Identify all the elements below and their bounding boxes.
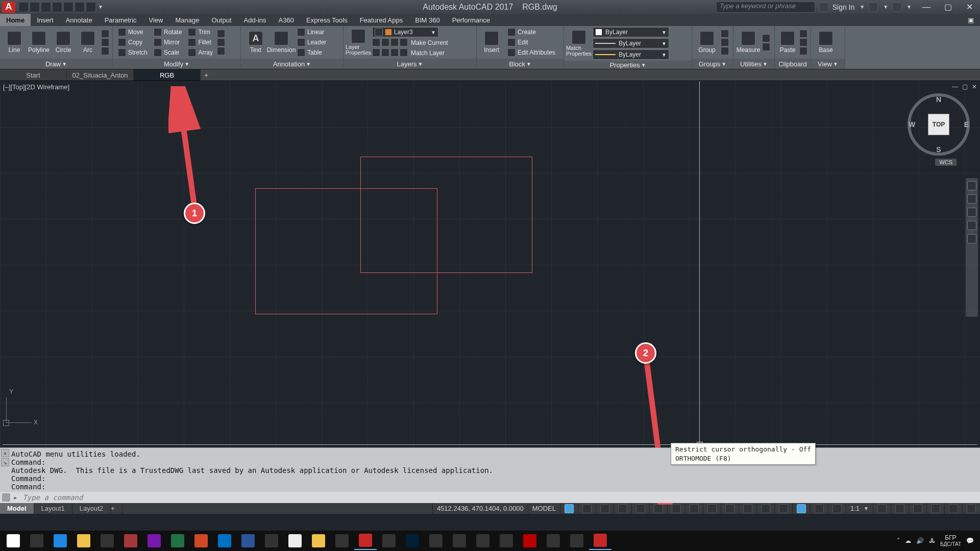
stretch-button[interactable]: Stretch (116, 48, 150, 57)
workspace-icon[interactable] (877, 504, 887, 513)
qat-plot-icon[interactable] (63, 2, 74, 12)
tab-insert[interactable]: Insert (31, 14, 60, 26)
app-logo[interactable]: A (2, 2, 15, 13)
modify-extra-icon[interactable] (217, 30, 225, 38)
task-calc[interactable] (448, 532, 471, 549)
units-icon[interactable] (832, 504, 842, 513)
clip-extra-icon[interactable] (799, 30, 807, 38)
qat-undo-icon[interactable] (75, 2, 85, 12)
task-outlook[interactable] (213, 532, 236, 549)
text-button[interactable]: AText (244, 28, 267, 57)
group-extra-icon[interactable] (721, 38, 729, 46)
layer-icon[interactable] (400, 48, 408, 57)
wcs-badge[interactable]: WCS (935, 159, 957, 166)
cmd-recent-icon[interactable]: ↘ (1, 458, 9, 466)
panel-properties[interactable]: Properties▼ (564, 61, 692, 69)
hardware-accel-icon[interactable] (913, 504, 922, 513)
file-tab-situacia[interactable]: 02_Situacia_Anton (67, 69, 134, 81)
panel-block[interactable]: Block▼ (477, 59, 564, 69)
dynamic-input-icon[interactable] (618, 504, 627, 513)
tray-lang1[interactable]: БГР (940, 535, 961, 541)
task-powerpoint[interactable] (190, 532, 212, 549)
showmotion-icon[interactable] (967, 234, 976, 243)
help-icon[interactable] (892, 3, 901, 12)
layer-icon[interactable] (390, 48, 399, 57)
grid-toggle-icon[interactable] (565, 504, 574, 513)
task-autocad[interactable] (354, 532, 377, 550)
linear-button[interactable]: Linear (295, 28, 328, 37)
lineweight-toggle-icon[interactable] (743, 504, 752, 513)
draw-extra-icon[interactable] (101, 38, 109, 46)
status-coords[interactable]: 4512.2436, 470.1404, 0.0000 (432, 503, 528, 514)
task-photoshop[interactable] (401, 532, 424, 549)
cmd-close-icon[interactable]: ✕ (1, 449, 9, 457)
zoom-extents-icon[interactable] (967, 208, 976, 217)
task-filezilla[interactable] (519, 532, 541, 549)
layout-tab-layout1[interactable]: Layout1 (34, 503, 72, 514)
modify-extra-icon[interactable] (217, 47, 225, 55)
line-button[interactable]: Line (3, 28, 26, 57)
add-tab-button[interactable]: + (201, 69, 212, 81)
tab-manage[interactable]: Manage (169, 14, 206, 26)
leader-button[interactable]: Leader (295, 38, 328, 47)
linetype-selector[interactable]: ByLayer▼ (593, 49, 669, 60)
3dosnap-toggle-icon[interactable] (707, 504, 717, 513)
array-button[interactable]: Array (186, 48, 215, 57)
file-tab-start[interactable]: Start (0, 69, 67, 81)
task-settings[interactable] (542, 532, 565, 549)
clean-screen-icon[interactable] (949, 504, 958, 513)
task-paint[interactable] (472, 532, 494, 549)
vp-minimize-icon[interactable]: — (952, 83, 958, 90)
vp-close-icon[interactable]: ✕ (972, 83, 977, 90)
layer-icon[interactable] (372, 38, 380, 46)
layer-icon[interactable] (381, 48, 389, 57)
polyline-button[interactable]: Polyline (28, 28, 50, 57)
draw-extra-icon[interactable] (101, 47, 109, 55)
fillet-button[interactable]: Fillet (186, 38, 215, 47)
task-chrome[interactable] (260, 532, 283, 549)
trim-button[interactable]: Trim (186, 28, 215, 37)
tab-featured[interactable]: Featured Apps (354, 14, 409, 26)
snap-toggle-icon[interactable] (582, 504, 592, 513)
paste-button[interactable]: Paste (778, 28, 797, 57)
close-button[interactable]: ✕ (959, 1, 980, 13)
draw-extra-icon[interactable] (101, 30, 109, 38)
infer-toggle-icon[interactable] (600, 504, 609, 513)
edit-block-button[interactable]: Edit (505, 38, 557, 47)
panel-view[interactable]: View▼ (811, 59, 845, 69)
task-access[interactable] (119, 532, 142, 549)
steering-wheel-icon[interactable] (967, 181, 976, 190)
isoplane-icon[interactable] (672, 504, 681, 513)
panel-layers[interactable]: Layers▼ (344, 59, 476, 69)
qat-saveas-icon[interactable] (52, 2, 62, 12)
tab-home[interactable]: Home (0, 14, 31, 26)
color-selector[interactable]: ByLayer▼ (593, 27, 669, 37)
tray-onedrive-icon[interactable]: ☁ (905, 537, 911, 544)
match-layer-button[interactable]: Match Layer (409, 48, 447, 58)
task-edge[interactable] (49, 532, 71, 549)
panel-annotation[interactable]: Annotation▼ (241, 59, 343, 69)
tab-annotate[interactable]: Annotate (60, 14, 99, 26)
task-app[interactable] (307, 532, 330, 549)
tab-a360[interactable]: A360 (273, 14, 300, 26)
scale-button[interactable]: Scale (152, 48, 184, 57)
panel-draw[interactable]: Draw▼ (0, 59, 112, 69)
layer-icon[interactable] (390, 38, 399, 46)
base-view-button[interactable]: Base (814, 28, 838, 57)
layer-properties-button[interactable]: Layer Properties (347, 28, 370, 57)
status-space[interactable]: MODEL (528, 503, 560, 514)
copy-button[interactable]: Copy (116, 38, 150, 47)
panel-modify[interactable]: Modify▼ (113, 59, 240, 69)
help-search-input[interactable]: Type a keyword or phrase (716, 2, 815, 13)
tray-notifications-icon[interactable]: 💬 (966, 537, 974, 544)
minimize-button[interactable]: — (916, 1, 937, 13)
task-explorer[interactable] (72, 532, 95, 549)
modify-extra-icon[interactable] (217, 38, 225, 46)
make-current-button[interactable]: Make Current (409, 38, 450, 47)
layer-icon[interactable] (372, 48, 380, 57)
vp-maximize-icon[interactable]: ▢ (962, 83, 968, 90)
view-cube[interactable]: TOP N S E W (911, 96, 967, 153)
table-button[interactable]: Table (295, 48, 328, 57)
clip-extra-icon[interactable] (799, 38, 807, 46)
tab-output[interactable]: Output (205, 14, 237, 26)
